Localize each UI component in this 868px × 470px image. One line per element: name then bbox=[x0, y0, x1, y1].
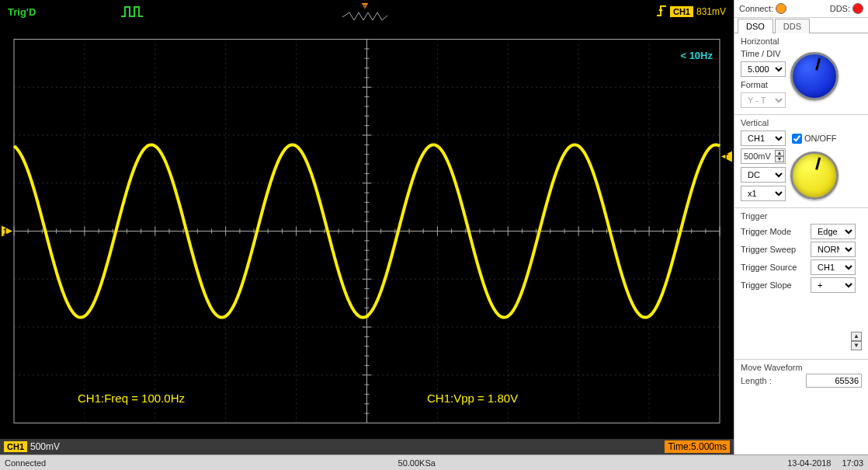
move-waveform-label: Move Waveform bbox=[734, 360, 868, 374]
channel-on-off[interactable]: ON/OFF bbox=[792, 134, 862, 144]
volt-div-spinner[interactable]: 500mV ▲▼ bbox=[741, 148, 786, 164]
channel-chip: CH1 bbox=[4, 441, 27, 452]
scope-bottom-bar: CH1 500mV Time:5.000ms bbox=[0, 439, 734, 454]
trigger-section: Trigger Trigger Mode Edge Trigger Sweep … bbox=[734, 208, 868, 360]
probe-select[interactable]: x1 bbox=[741, 186, 786, 201]
readout-vpp: CH1:Vpp = 1.80V bbox=[427, 392, 518, 405]
volt-div-down[interactable]: ▼ bbox=[775, 156, 784, 162]
connect-label: Connect: bbox=[739, 4, 773, 13]
bandwidth-label: < 10Hz bbox=[680, 50, 713, 61]
mode-tabs: DSO DDS bbox=[734, 18, 868, 33]
format-select[interactable]: Y - T bbox=[741, 92, 786, 108]
horizontal-position-knob[interactable] bbox=[790, 52, 838, 100]
connect-status-dot bbox=[776, 3, 786, 14]
trigger-mode-label: Trigger Mode bbox=[741, 227, 811, 236]
pulse-icon bbox=[120, 5, 144, 19]
svg-text:1: 1 bbox=[3, 228, 8, 236]
sample-rate: 50.00KSa bbox=[46, 458, 787, 468]
tab-dds[interactable]: DDS bbox=[775, 19, 810, 33]
horizontal-title: Horizontal bbox=[741, 37, 862, 46]
trigger-slope-select[interactable]: + bbox=[811, 277, 856, 293]
trigger-channel-chip: CH1 bbox=[670, 6, 693, 17]
trigger-position-marker-top: T bbox=[342, 2, 388, 23]
trigger-status: Trig'D bbox=[8, 6, 36, 18]
svg-text:T: T bbox=[724, 153, 728, 162]
tab-dso[interactable]: DSO bbox=[738, 19, 773, 33]
trigger-slope-label: Trigger Slope bbox=[741, 280, 811, 290]
trigger-source-label: Trigger Source bbox=[741, 263, 811, 272]
vertical-title: Vertical bbox=[741, 118, 862, 127]
dds-status-dot bbox=[852, 3, 863, 14]
channel1-zero-marker: 1 bbox=[2, 226, 12, 237]
channel-on-off-checkbox[interactable] bbox=[792, 134, 802, 144]
trigger-level-marker: T bbox=[721, 151, 732, 162]
scope-top-bar: Trig'D T CH1 831mV bbox=[0, 0, 734, 23]
volts-per-div-readout: 500mV bbox=[30, 441, 60, 452]
trigger-mode-select[interactable]: Edge bbox=[811, 224, 856, 239]
trigger-sweep-label: Trigger Sweep bbox=[741, 245, 811, 254]
horizontal-section: Horizontal Time / DIV 5.000ms Format Y -… bbox=[734, 33, 868, 115]
vertical-position-knob[interactable] bbox=[790, 151, 838, 200]
trigger-source-select[interactable]: CH1 bbox=[811, 259, 856, 275]
trigger-sweep-select[interactable]: NORMAL bbox=[811, 242, 856, 257]
svg-text:T: T bbox=[363, 3, 367, 10]
scroll-down[interactable]: ▼ bbox=[851, 341, 862, 350]
channel-select[interactable]: CH1 bbox=[741, 131, 786, 146]
volt-div-up[interactable]: ▲ bbox=[775, 150, 784, 156]
trigger-title: Trigger bbox=[741, 211, 862, 221]
vertical-section: Vertical CH1 ON/OFF 500mV ▲▼ DC x1 bbox=[734, 115, 868, 208]
status-bar: Connected 50.00KSa 13-04-2018 17:03 bbox=[0, 454, 868, 470]
scope-graticule[interactable]: 1 T < 10Hz CH1:Freq = 100.0Hz CH1:Vpp = … bbox=[0, 23, 734, 439]
format-label: Format bbox=[741, 80, 786, 89]
dds-label: DDS: bbox=[830, 4, 850, 13]
oscilloscope-display: Trig'D T CH1 831mV bbox=[0, 0, 734, 454]
readout-frequency: CH1:Freq = 100.0Hz bbox=[78, 392, 185, 405]
coupling-select[interactable]: DC bbox=[741, 167, 786, 183]
status-time: 17:03 bbox=[842, 458, 863, 468]
time-div-select[interactable]: 5.000ms bbox=[741, 61, 786, 77]
timebase-readout: Time:5.000ms bbox=[665, 440, 730, 453]
scroll-up[interactable]: ▲ bbox=[851, 332, 862, 341]
connection-status: Connected bbox=[5, 458, 46, 468]
control-panel: Connect: DDS: DSO DDS Horizontal Time / … bbox=[734, 0, 868, 454]
trigger-edge-icon bbox=[656, 5, 667, 19]
trigger-level-value: 831mV bbox=[696, 6, 726, 17]
length-field[interactable] bbox=[806, 374, 862, 388]
status-date: 13-04-2018 bbox=[787, 458, 831, 468]
time-div-label: Time / DIV bbox=[741, 49, 786, 58]
length-label: Length : bbox=[741, 376, 772, 385]
